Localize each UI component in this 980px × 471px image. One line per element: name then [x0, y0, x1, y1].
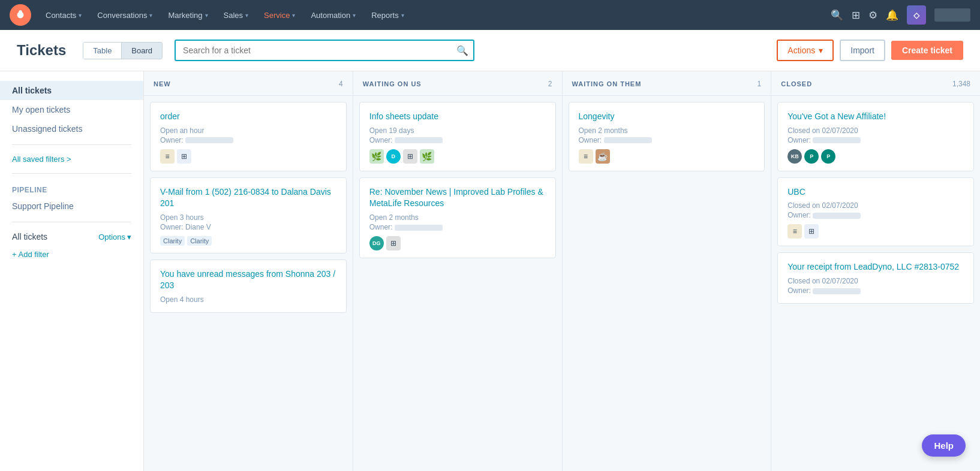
avatar-grid-1: ⊞ — [403, 149, 417, 164]
import-button[interactable]: Import — [840, 40, 885, 61]
settings-icon[interactable]: ⚙ — [868, 9, 877, 22]
create-ticket-button[interactable]: Create ticket — [891, 41, 963, 60]
ticket-card-order[interactable]: order Open an hour Owner: ≡ ⊞ — [150, 102, 347, 171]
ticket-card-receipt[interactable]: Your receipt from LeadDyno, LLC #2813-07… — [777, 252, 974, 304]
marketplace-icon[interactable]: ⊞ — [852, 9, 860, 22]
page-header: Tickets Table Board 🔍 Actions ▾ Import C… — [0, 30, 980, 71]
col-title-new: NEW — [154, 80, 171, 87]
sidebar-all-saved-filters[interactable]: All saved filters > — [0, 151, 143, 167]
ticket-title-order: order — [160, 111, 336, 123]
ticket-card-ubc[interactable]: UBC Closed on 02/07/2020 Owner: ≡ ⊞ — [777, 177, 974, 247]
search-wrapper: 🔍 — [175, 40, 474, 61]
col-cards-closed: You've Got a New Affiliate! Closed on 02… — [771, 96, 980, 471]
avatar-doc-ubc: ≡ — [787, 224, 802, 238]
ticket-avatars-november: DG ⊞ — [369, 236, 546, 250]
sidebar-item-unassigned-tickets[interactable]: Unassigned tickets — [0, 119, 143, 138]
sidebar-divider-2 — [12, 173, 131, 174]
nav-marketing[interactable]: Marketing ▾ — [161, 7, 215, 23]
ticket-card-vmail[interactable]: V-Mail from 1 (502) 216-0834 to Dalana D… — [150, 177, 347, 253]
avatar-icon-2: ⊞ — [177, 149, 191, 164]
nav-sales[interactable]: Sales ▾ — [217, 7, 256, 23]
avatar-chip-p1: P — [804, 149, 819, 164]
avatar-grid-2: ⊞ — [386, 236, 401, 250]
avatar-chip-p2: P — [821, 149, 835, 164]
ticket-title-vmail: V-Mail from 1 (502) 216-0834 to Dalana D… — [160, 186, 336, 210]
ticket-card-unread[interactable]: You have unread messages from Shonna 203… — [150, 259, 347, 313]
ticket-card-longevity[interactable]: Longevity Open 2 months Owner: ≡ ☕ — [569, 102, 765, 171]
user-avatar[interactable]: ◇ — [907, 5, 926, 25]
avatar-grid-ubc: ⊞ — [804, 224, 819, 238]
col-cards-waiting-them: Longevity Open 2 months Owner: ≡ ☕ — [563, 96, 771, 471]
nav-right: 🔍 ⊞ ⚙ 🔔 ◇ — [831, 5, 970, 25]
column-waiting-them: WAITING ON THEM 1 Longevity Open 2 month… — [563, 71, 772, 471]
ticket-owner-ubc: Owner: — [787, 211, 964, 219]
nav-items: Contacts ▾ Conversations ▾ Marketing ▾ S… — [38, 7, 831, 23]
avatar-leaf-1: 🌿 — [369, 149, 384, 164]
table-view-button[interactable]: Table — [83, 43, 122, 59]
main-layout: All tickets My open tickets Unassigned t… — [0, 71, 980, 471]
ticket-owner-affiliate: Owner: — [787, 136, 964, 144]
avatar-icon-1: ≡ — [160, 149, 175, 164]
notifications-icon[interactable]: 🔔 — [886, 9, 898, 22]
search-icon[interactable]: 🔍 — [831, 9, 843, 22]
sidebar-item-all-tickets[interactable]: All tickets — [0, 81, 143, 100]
sidebar-pipeline-label: Pipeline — [0, 180, 143, 197]
sidebar-item-support-pipeline[interactable]: Support Pipeline — [0, 197, 143, 216]
search-submit-icon[interactable]: 🔍 — [456, 45, 468, 56]
ticket-status-ubc: Closed on 02/07/2020 — [787, 201, 964, 210]
ticket-avatars-longevity: ≡ ☕ — [579, 149, 755, 164]
help-button[interactable]: Help — [922, 434, 966, 457]
avatar-text-clarity1: Clarity — [160, 236, 185, 246]
ticket-card-info-sheets[interactable]: Info sheets update Open 19 days Owner: 🌿… — [359, 102, 556, 171]
ticket-title-unread: You have unread messages from Shonna 203… — [160, 268, 336, 292]
search-input[interactable] — [175, 40, 474, 61]
avatar-chip-dg: DG — [369, 236, 384, 250]
nav-conversations[interactable]: Conversations ▾ — [90, 7, 160, 23]
col-title-closed: CLOSED — [781, 80, 812, 87]
col-header-waiting-them: WAITING ON THEM 1 — [563, 71, 771, 96]
view-toggle: Table Board — [83, 42, 163, 59]
col-header-closed: CLOSED 1,348 — [771, 71, 980, 96]
svg-point-1 — [19, 10, 22, 13]
account-name[interactable] — [934, 8, 970, 22]
page-title: Tickets — [17, 42, 66, 59]
col-header-waiting-us: WAITING ON US 2 — [353, 71, 562, 96]
ticket-status-info-sheets: Open 19 days — [369, 126, 546, 135]
avatar-doc-1: ≡ — [579, 149, 593, 164]
ticket-avatars-order: ≡ ⊞ — [160, 149, 336, 164]
sidebar-all-tickets-label: All tickets — [12, 232, 47, 241]
ticket-status-vmail: Open 3 hours — [160, 213, 336, 222]
nav-automation[interactable]: Automation ▾ — [303, 7, 363, 23]
avatar-chip-d: D — [386, 149, 401, 164]
ticket-title-affiliate: You've Got a New Affiliate! — [787, 111, 964, 123]
nav-reports[interactable]: Reports ▾ — [364, 7, 411, 23]
col-header-new: NEW 4 — [144, 71, 353, 96]
ticket-title-longevity: Longevity — [579, 111, 755, 123]
col-count-waiting-us: 2 — [548, 80, 552, 88]
board-view-button[interactable]: Board — [122, 43, 162, 59]
ticket-title-receipt: Your receipt from LeadDyno, LLC #2813-07… — [787, 261, 964, 273]
ticket-status-affiliate: Closed on 02/07/2020 — [787, 126, 964, 135]
nav-service[interactable]: Service ▾ — [257, 7, 302, 23]
ticket-title-november: Re: November News | Improved Lab Profile… — [369, 186, 546, 210]
avatar-text-clarity2: Clarity — [187, 236, 212, 246]
actions-button[interactable]: Actions ▾ — [777, 40, 834, 61]
ticket-card-november[interactable]: Re: November News | Improved Lab Profile… — [359, 177, 556, 258]
sidebar-divider-1 — [12, 144, 131, 145]
sidebar-add-filter[interactable]: + Add filter — [0, 245, 143, 264]
ticket-owner-info-sheets: Owner: — [369, 136, 546, 144]
ticket-card-affiliate[interactable]: You've Got a New Affiliate! Closed on 02… — [777, 102, 974, 171]
sidebar-options-button[interactable]: Options ▾ — [98, 233, 131, 241]
actions-chevron-icon: ▾ — [819, 46, 823, 55]
nav-contacts[interactable]: Contacts ▾ — [38, 7, 89, 23]
ticket-status-november: Open 2 months — [369, 213, 546, 222]
col-count-new: 4 — [339, 80, 343, 88]
top-navigation: Contacts ▾ Conversations ▾ Marketing ▾ S… — [0, 0, 980, 30]
sidebar-item-my-open-tickets[interactable]: My open tickets — [0, 100, 143, 119]
ticket-avatars-info-sheets: 🌿 D ⊞ 🌿 — [369, 149, 546, 164]
col-count-closed: 1,348 — [952, 80, 970, 88]
column-new: NEW 4 order Open an hour Owner: ≡ ⊞ — [144, 71, 353, 471]
ticket-owner-receipt: Owner: — [787, 286, 964, 295]
column-closed: CLOSED 1,348 You've Got a New Affiliate!… — [771, 71, 980, 471]
hubspot-logo[interactable] — [10, 4, 31, 26]
